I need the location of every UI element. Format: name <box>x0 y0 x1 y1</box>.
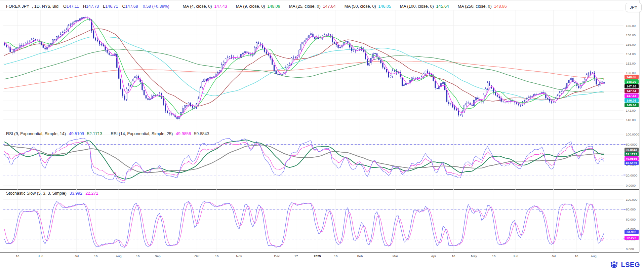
rsi-2-label: RSI (14, Exponential, Simple, 25) <box>111 131 173 136</box>
stochastic-d-value: 22.272 <box>85 191 98 196</box>
price-axis-tick: 150.00 <box>626 71 636 75</box>
stochastic-value-tag: 33.992 <box>625 230 639 234</box>
date-axis-label: 16 <box>452 254 455 258</box>
date-axis-label: 16 <box>94 254 98 258</box>
rsi9-line <box>4 138 604 183</box>
price-tag: 147.43 <box>625 93 639 98</box>
date-axis-label: 16 <box>334 254 338 258</box>
ma-250-line <box>4 61 604 89</box>
date-axis-label: Nov <box>236 254 242 258</box>
price-panel[interactable] <box>3 15 623 121</box>
rsi-1-label: RSI (9, Exponential, Simple, 14) <box>6 131 66 136</box>
ma-4-line <box>4 18 604 117</box>
rsi-value-tag: 52.1713 <box>625 152 639 156</box>
date-axis-label: Mar <box>393 254 398 258</box>
date-axis-label: Oct <box>195 254 200 258</box>
stochastic-axis-tick: 100.000 <box>626 198 637 201</box>
rsi-axis-tick: 0.0000 <box>626 184 636 187</box>
rsi-2-signal-value: 59.8843 <box>194 131 209 136</box>
ma-legend: MA (4, close, 0)147.43MA (9, close, 0)14… <box>174 4 507 9</box>
stochastic-k-value: 33.992 <box>70 191 82 196</box>
date-axis-label: Jul <box>75 254 79 258</box>
date-axis-label: 17 <box>294 254 298 258</box>
ma-9-line <box>4 19 604 115</box>
date-axis-label: Aug <box>116 254 122 258</box>
date-axis-label: Jun <box>513 254 518 258</box>
date-axis-label: Apr <box>431 254 436 258</box>
rsi-axis-tick: 80.0000 <box>626 143 637 146</box>
rsi-axis-tick: 100.0000 <box>626 132 639 136</box>
price-tag: 147.68 <box>625 84 639 88</box>
rsi-value-tag: 49.9856 <box>625 156 639 161</box>
price-tag: 145.64 <box>625 103 639 107</box>
stochastic-axis-tick: 80.000 <box>626 207 636 211</box>
stochastic-label: Stochastic Slow (5, 3, 3, Simple) <box>6 191 67 196</box>
stochastic-value-tag: 22.272 <box>625 236 639 240</box>
date-axis-label: Jul <box>552 254 556 258</box>
price-axis-tick: 156.00 <box>626 43 636 46</box>
price-tag: 148.86 <box>625 75 639 79</box>
stochastic-d-line <box>4 202 604 247</box>
candles-series <box>4 15 605 121</box>
rsi-axis-tick: 20.0000 <box>626 173 637 177</box>
price-axis-tick: 154.00 <box>626 52 636 56</box>
date-axis-label: 16 <box>215 254 219 258</box>
stochastic-panel[interactable] <box>3 199 623 249</box>
rsi-value-tag: 49.5109 <box>625 161 639 165</box>
ohlc-readout: O147.11H147.73L146.71C147.68 <box>63 4 138 9</box>
change-readout: 0.58 (+0.39%) <box>143 4 169 9</box>
ma-legend-item[interactable]: MA (50, close, 0)146.05 <box>345 4 391 9</box>
lseg-logo-text: LSEG <box>621 261 640 269</box>
price-tag: 146.05 <box>625 98 639 103</box>
rsi-2-value: 49.9856 <box>176 131 191 136</box>
price-axis-tick: 152.00 <box>626 62 636 65</box>
chart-window: FOREX JPY=, 1D, NY$, Bid O147.11H147.73L… <box>0 0 644 270</box>
date-axis-label: 16 <box>575 254 578 258</box>
date-axis-label: Jun <box>38 254 43 258</box>
rsi-value-tag: 59.8843 <box>625 148 639 152</box>
rsi-indicator-label[interactable]: RSI (9, Exponential, Simple, 14) 49.5109… <box>6 131 209 136</box>
ma-legend-item[interactable]: MA (4, close, 0)147.43 <box>183 4 227 9</box>
lseg-logo: LSEG <box>609 261 640 269</box>
rsi-panel[interactable] <box>3 134 623 185</box>
date-axis-label: May <box>471 254 477 258</box>
ohlc-l: L146.71 <box>103 4 118 9</box>
chart-header: FOREX JPY=, 1D, NY$, Bid O147.11H147.73L… <box>6 3 507 10</box>
price-axis-tick: 140.00 <box>626 118 636 122</box>
date-axis-label: Sep <box>155 254 161 258</box>
price-tag: 147.64 <box>625 89 639 93</box>
rsi-1-signal-value: 52.1713 <box>87 131 102 136</box>
date-axis-label: 16 <box>492 254 496 258</box>
ma-25-line <box>4 29 604 106</box>
ohlc-h: H147.73 <box>83 4 99 9</box>
price-axis-tick: 158.00 <box>626 33 636 37</box>
rsi-gridlines <box>3 134 623 185</box>
ohlc-o: O147.11 <box>63 4 79 9</box>
price-axis-tick: 160.00 <box>626 24 636 28</box>
chart-title: FOREX JPY=, 1D, NY$, Bid <box>6 4 58 9</box>
ma-legend-item[interactable]: MA (250, close, 0)148.86 <box>458 4 507 9</box>
ohlc-c: C147.68 <box>122 4 138 9</box>
rsi-1-value: 49.5109 <box>69 131 84 136</box>
price-axis-tick: 142.00 <box>626 109 636 112</box>
ma-legend-item[interactable]: MA (25, close, 0)147.64 <box>289 4 336 9</box>
rsi14-signal-line <box>4 145 604 172</box>
ma-legend-item[interactable]: MA (100, close, 0)145.64 <box>400 4 449 9</box>
date-axis-label: Feb <box>357 254 363 258</box>
date-axis-label: 16 <box>136 254 140 258</box>
lseg-crest-icon <box>609 261 619 269</box>
ma-100-line <box>4 49 604 92</box>
stochastic-indicator-label[interactable]: Stochastic Slow (5, 3, 3, Simple) 33.992… <box>6 191 98 196</box>
date-axis-label: 2025 <box>314 254 321 258</box>
date-axis-label: Aug <box>591 254 597 258</box>
currency-axis-button[interactable]: JPY <box>626 3 642 12</box>
date-axis-label: 16 <box>16 254 19 258</box>
stochastic-axis-tick: 60.000 <box>626 217 636 221</box>
stochastic-axis-tick: 0.000 <box>626 247 634 251</box>
date-axis-label: Dec <box>274 254 280 258</box>
price-tag: 148.09 <box>625 79 639 84</box>
ma-legend-item[interactable]: MA (9, close, 0)148.09 <box>236 4 280 9</box>
